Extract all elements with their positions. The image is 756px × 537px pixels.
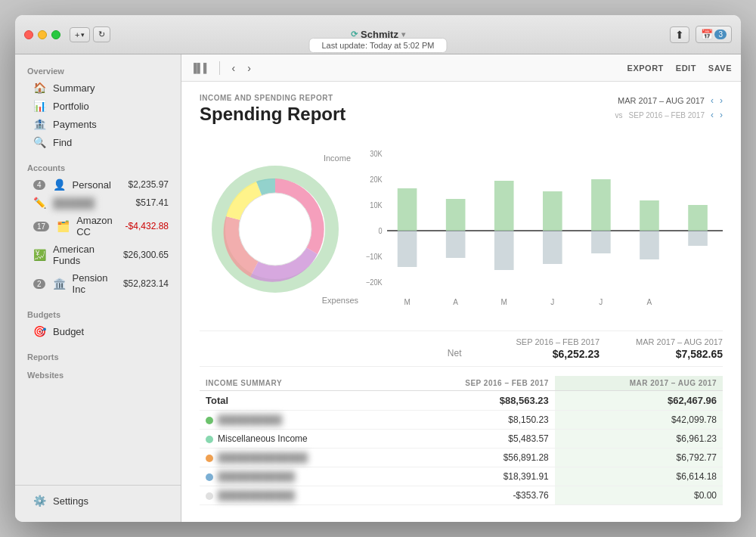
sidebar-label-pension: Pension Inc (73, 272, 117, 295)
sidebar-item-personal[interactable]: 4 👤 Personal $2,235.97 (15, 175, 181, 194)
main-window: + ▾ ↻ ⟳ Schmitz ▾ Last update: Today at … (15, 15, 741, 522)
sidebar-item-acc2[interactable]: ✏️ ██████ $517.41 (15, 194, 181, 212)
sidebar-item-settings[interactable]: ⚙️ Settings (15, 492, 181, 510)
svg-rect-12 (494, 181, 514, 231)
pie-expenses-label: Expenses (322, 296, 358, 305)
minimize-button[interactable] (38, 30, 47, 39)
table-row: ██████████ (200, 411, 393, 430)
table-row: Miscellaneous Income (200, 430, 393, 449)
content-body: INCOME AND SPENDING REPORT Spending Repo… (181, 82, 741, 522)
table-row: Total (200, 391, 393, 411)
sidebar-item-portfolio[interactable]: 📊 Portfolio (15, 97, 181, 115)
summary-icon: 🏠 (33, 82, 47, 94)
amazon-icon: 🗂️ (57, 220, 70, 232)
refresh-icon: ↻ (98, 29, 105, 39)
svg-text:0: 0 (379, 227, 383, 235)
svg-rect-11 (446, 199, 466, 231)
sidebar-item-budget[interactable]: 🎯 Budget (15, 322, 181, 340)
refresh-button[interactable]: ↻ (93, 26, 110, 42)
sidebar-label-portfolio: Portfolio (53, 101, 89, 112)
svg-text:10K: 10K (370, 201, 383, 210)
svg-text:M: M (501, 297, 507, 307)
table-row: ████████████ (200, 486, 393, 505)
net-col-1: SEP 2016 – FEB 2017 $6,252.23 (516, 337, 600, 360)
calendar-icon: 📅 (701, 29, 713, 40)
svg-text:−20K: −20K (366, 278, 383, 287)
overview-label: Overview (15, 61, 181, 79)
svg-rect-22 (640, 231, 659, 259)
svg-text:−10K: −10K (366, 253, 383, 261)
accounts-label: Accounts (15, 157, 181, 175)
sidebar-item-amazon[interactable]: 17 🗂️ Amazon CC -$4,432.88 (15, 212, 181, 241)
update-bar: Last update: Today at 5:02 PM (308, 38, 447, 53)
date-range-area: MAR 2017 – AUG 2017 ‹ › vs SEP 2016 – FE… (615, 94, 723, 123)
sidebar-label-personal: Personal (73, 179, 111, 191)
sidebar-item-pension[interactable]: 2 🏛️ Pension Inc $52,823.14 (15, 269, 181, 298)
svg-text:A: A (647, 297, 652, 307)
sidebar-item-americanfunds[interactable]: 💹 American Funds $26,300.65 (15, 241, 181, 269)
maximize-button[interactable] (51, 30, 60, 39)
svg-rect-21 (591, 231, 611, 253)
pension-icon: 🏛️ (53, 278, 67, 290)
add-button[interactable]: + ▾ (70, 27, 90, 42)
sidebar-label-settings: Settings (53, 495, 88, 507)
sidebar-item-payments[interactable]: 🏦 Payments (15, 115, 181, 133)
compare-prev-btn[interactable]: ‹ (711, 108, 714, 123)
col1-header: SEP 2016 – FEB 2017 (393, 376, 555, 391)
portfolio-icon: 📊 (33, 100, 47, 112)
report-title: Spending Report (200, 104, 345, 125)
calendar-icon-btn[interactable]: 📅 3 (696, 26, 732, 43)
net-label: Net (448, 348, 462, 360)
add-icon: + (75, 30, 79, 39)
find-icon: 🔍 (33, 136, 47, 148)
pie-svg (211, 165, 339, 293)
payments-icon: 🏦 (33, 118, 47, 130)
save-button[interactable]: SAVE (708, 64, 732, 73)
col-label-header: INCOME SUMMARY (200, 376, 393, 391)
svg-text:M: M (404, 297, 410, 307)
svg-rect-10 (398, 188, 417, 231)
close-button[interactable] (24, 30, 33, 39)
export-button[interactable]: EXPORT (627, 64, 664, 73)
col2-header: MAR 2017 – AUG 2017 (555, 376, 723, 391)
compare-next-btn[interactable]: › (720, 108, 723, 123)
svg-rect-18 (446, 231, 466, 258)
settings-icon: ⚙️ (33, 495, 47, 507)
svg-rect-13 (543, 191, 562, 231)
edit-button[interactable]: EDIT (676, 64, 696, 73)
sidebar-label-find: Find (53, 137, 72, 148)
svg-text:20K: 20K (370, 175, 383, 184)
sidebar-label-payments: Payments (53, 119, 97, 130)
svg-rect-16 (688, 205, 708, 231)
table-row: ████████████ (200, 467, 393, 486)
period-next-btn[interactable]: › (720, 94, 723, 108)
next-button[interactable]: › (244, 61, 254, 76)
titlebar-right: ⬆ 📅 3 (670, 26, 732, 43)
period-prev-btn[interactable]: ‹ (711, 94, 714, 108)
svg-rect-15 (640, 200, 659, 231)
prev-button[interactable]: ‹ (229, 61, 239, 76)
budget-icon: 🎯 (33, 325, 47, 337)
svg-text:A: A (453, 297, 458, 307)
svg-rect-23 (688, 231, 708, 246)
report-header: INCOME AND SPENDING REPORT Spending Repo… (200, 94, 723, 134)
current-period: MAR 2017 – AUG 2017 (618, 95, 705, 108)
pie-chart: Income (200, 146, 351, 312)
svg-rect-19 (494, 231, 514, 270)
amazon-amount: -$4,432.88 (125, 221, 169, 231)
websites-label: Websites (15, 365, 181, 383)
svg-text:30K: 30K (370, 150, 383, 158)
svg-rect-14 (591, 179, 611, 231)
panel-icon: ▐▌▌ (191, 63, 210, 73)
budgets-label: Budgets (15, 304, 181, 322)
sidebar-item-find[interactable]: 🔍 Find (15, 133, 181, 151)
content-toolbar: ▐▌▌ ‹ › EXPORT EDIT SAVE (181, 54, 741, 82)
bar-chart-svg: 30K 20K 10K 0 −10K −20K (363, 146, 723, 312)
personal-amount: $2,235.97 (129, 179, 169, 190)
sidebar-label-budget: Budget (53, 326, 84, 337)
reports-label: Reports (15, 346, 181, 365)
sidebar-item-summary[interactable]: 🏠 Summary (15, 79, 181, 97)
sidebar-label-amazon: Amazon CC (76, 215, 119, 237)
export-icon-btn[interactable]: ⬆ (670, 26, 689, 43)
net-col-2: MAR 2017 – AUG 2017 $7,582.65 (636, 337, 723, 360)
